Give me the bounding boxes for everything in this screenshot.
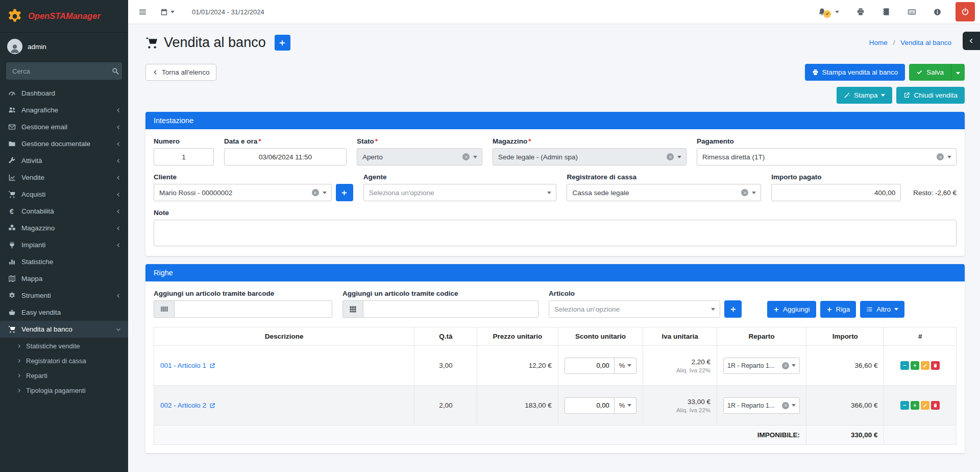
increase-qty-button[interactable]: [911, 401, 919, 410]
cliente-select[interactable]: Mario Rossi - 00000002: [154, 184, 332, 201]
numero-input[interactable]: [154, 148, 214, 166]
close-sale-button[interactable]: Chiudi vendita: [896, 87, 965, 104]
notification-badge-check-icon: [823, 10, 831, 18]
stampa-dropdown-button[interactable]: Stampa: [837, 87, 893, 104]
barcode-input[interactable]: [174, 300, 332, 318]
sidebar-item-gestione-email[interactable]: Gestione email: [0, 119, 128, 135]
magazzino-select[interactable]: Sede legale - (Admin spa): [493, 148, 687, 166]
clear-icon[interactable]: [782, 362, 789, 369]
discount-input[interactable]: [565, 397, 615, 414]
sidebar-toggle-button[interactable]: [135, 5, 150, 19]
delete-row-button[interactable]: [931, 401, 940, 410]
date-range[interactable]: 01/01/2024 - 31/12/2024: [192, 8, 264, 16]
importo-pagato-label: Importo pagato: [771, 173, 957, 181]
sidebar-item-strumenti[interactable]: Strumenti: [0, 287, 128, 304]
discount-type-select[interactable]: %: [615, 397, 637, 414]
book-icon: [882, 8, 890, 16]
print-button[interactable]: [853, 5, 868, 19]
sidebar-subitem-registratori-di-cassa[interactable]: Registratori di cassa: [0, 353, 128, 368]
sidebar-item-statistiche[interactable]: Statistiche: [0, 253, 128, 270]
widgets-panel-toggle[interactable]: [963, 32, 980, 50]
add-client-button[interactable]: [336, 184, 353, 201]
col-qta: Q.tà: [414, 327, 477, 346]
sidebar-item-vendita-al-banco[interactable]: Vendita al banco: [0, 321, 128, 338]
sidebar-item-mappa[interactable]: Mappa: [0, 270, 128, 287]
unit-price-cell: 12,20 €: [477, 346, 558, 386]
keyboard-shortcuts-button[interactable]: [904, 5, 919, 19]
search-button[interactable]: [108, 62, 122, 80]
search-input[interactable]: [6, 62, 108, 80]
clear-icon[interactable]: [312, 189, 319, 196]
data-ora-input[interactable]: [224, 148, 347, 166]
edit-row-button[interactable]: [921, 361, 929, 370]
importo-pagato-input[interactable]: [771, 184, 901, 201]
increase-qty-button[interactable]: [911, 361, 919, 370]
imponibile-label: IMPONIBILE:: [154, 426, 806, 445]
note-textarea[interactable]: [154, 220, 957, 246]
logo-gear-icon: [6, 8, 23, 25]
clear-icon[interactable]: [462, 153, 470, 160]
barcode-icon: [154, 300, 174, 318]
manual-button[interactable]: [879, 5, 893, 19]
riga-button[interactable]: Riga: [820, 301, 856, 318]
sidebar-item-acquisti[interactable]: Acquisti: [0, 186, 128, 203]
sidebar-item-easy-vendita[interactable]: Easy vendita: [0, 304, 128, 321]
add-article-button[interactable]: [724, 300, 742, 318]
registratore-select[interactable]: Cassa sede legale: [567, 184, 761, 201]
qty-cell: 3,00: [414, 346, 477, 386]
caret-down-icon: [677, 156, 681, 158]
sidebar-item-gestione-documentale[interactable]: Gestione documentale: [0, 135, 128, 152]
aggiungi-button[interactable]: Aggiungi: [767, 301, 816, 318]
clear-icon[interactable]: [782, 402, 789, 409]
edit-row-button[interactable]: [921, 401, 929, 410]
sidebar-item-impianti[interactable]: Impianti: [0, 237, 128, 253]
decrease-qty-button[interactable]: [900, 401, 909, 410]
info-button[interactable]: [930, 5, 944, 19]
clear-icon[interactable]: [937, 153, 944, 160]
save-button[interactable]: Salva: [909, 64, 951, 81]
clear-icon[interactable]: [667, 153, 674, 160]
add-record-button[interactable]: [275, 35, 290, 51]
vat-rate-note: Aliq. Iva 22%: [649, 367, 710, 373]
article-link[interactable]: 002 - Articolo 2: [160, 402, 215, 409]
stato-select[interactable]: Aperto: [357, 148, 482, 166]
sidebar-item-anagrafiche[interactable]: Anagrafiche: [0, 102, 128, 119]
sidebar-item-attivita[interactable]: Attività: [0, 152, 128, 169]
logout-button[interactable]: [955, 2, 975, 21]
reparto-select[interactable]: 1R - Reparto 1...: [723, 397, 800, 414]
reparto-select[interactable]: 1R - Reparto 1...: [723, 358, 800, 374]
unit-vat-value: 2,20 €: [649, 358, 710, 366]
print-sale-button[interactable]: Stampa vendita al banco: [805, 64, 905, 81]
sidebar-item-dashboard[interactable]: Dashboard: [0, 85, 128, 102]
notifications-button[interactable]: [815, 5, 842, 19]
discount-type-select[interactable]: %: [615, 358, 637, 374]
pagamento-select[interactable]: Rimessa diretta (1T): [697, 148, 957, 166]
altro-dropdown-button[interactable]: Altro: [860, 301, 904, 318]
sidebar-item-vendite[interactable]: Vendite: [0, 169, 128, 186]
sidebar-subitem-statistiche-vendite[interactable]: Statistiche vendite: [0, 339, 128, 353]
article-link[interactable]: 001 - Articolo 1: [160, 362, 215, 369]
save-dropdown-toggle[interactable]: [951, 64, 965, 81]
stato-label: Stato: [357, 137, 374, 145]
breadcrumb-home-link[interactable]: Home: [869, 39, 888, 46]
sidebar-subitem-tipologia-pagamenti[interactable]: Tipologia pagamenti: [0, 383, 128, 398]
sidebar-item-magazzino[interactable]: Magazzino: [0, 220, 128, 237]
back-to-list-button[interactable]: Torna all'elenco: [145, 64, 216, 81]
codice-input[interactable]: [363, 300, 538, 318]
chevron-left-icon: [116, 108, 121, 113]
users-icon: [7, 106, 16, 114]
discount-input[interactable]: [565, 358, 615, 374]
period-selector-button[interactable]: [157, 5, 178, 19]
magazzino-label: Magazzino: [493, 137, 527, 145]
user-panel[interactable]: admin: [0, 33, 128, 58]
breadcrumb-current-link[interactable]: Vendita al banco: [900, 39, 951, 46]
decrease-qty-button[interactable]: [900, 361, 909, 370]
app-logo[interactable]: OpenSTAManager: [0, 0, 128, 33]
articolo-select[interactable]: Seleziona un'opzione: [549, 300, 720, 318]
agente-select[interactable]: Seleziona un'opzione: [363, 184, 557, 201]
sidebar-subitem-reparti[interactable]: Reparti: [0, 368, 128, 383]
print-sale-label: Stampa vendita al banco: [822, 68, 898, 76]
clear-icon[interactable]: [741, 189, 748, 196]
delete-row-button[interactable]: [931, 361, 940, 370]
sidebar-item-contabilita[interactable]: € Contabilità: [0, 203, 128, 220]
